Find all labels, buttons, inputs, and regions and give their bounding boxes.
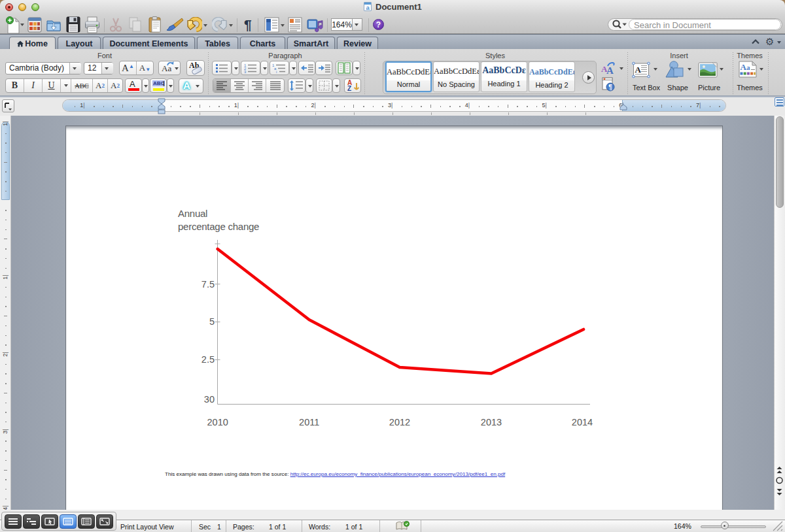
svg-text:A: A <box>635 65 642 75</box>
svg-text:3: 3 <box>244 70 247 74</box>
svg-text:A: A <box>741 62 747 72</box>
svg-text:i: i <box>276 70 277 74</box>
svg-text:¶: ¶ <box>608 84 612 91</box>
svg-text:a: a <box>746 63 750 71</box>
